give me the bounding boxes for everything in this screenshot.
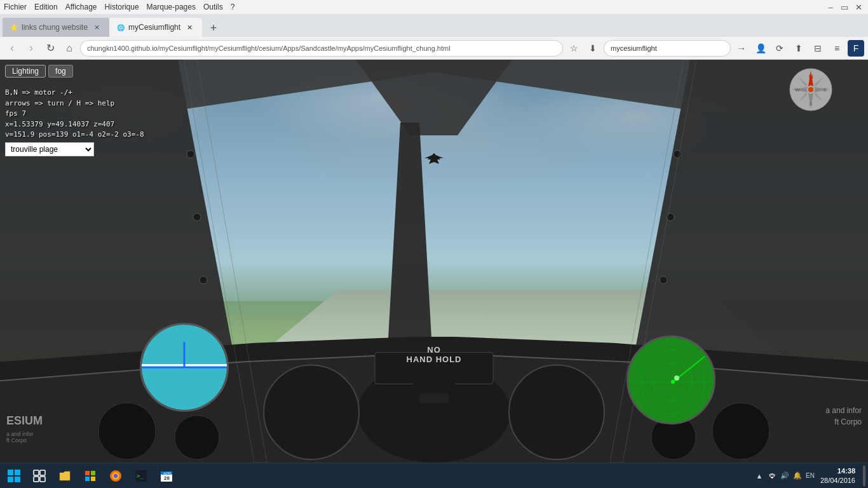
url-input[interactable]: chungkn1400.github.io/myCesiumflight/myC… xyxy=(80,40,563,57)
radar-display xyxy=(627,336,715,424)
menu-affichage[interactable]: Affichage xyxy=(65,3,97,11)
brand-sub-line2: ft Corpo xyxy=(6,437,34,444)
task-view-button[interactable] xyxy=(28,464,51,487)
distant-aircraft xyxy=(415,148,453,170)
bookmark-star[interactable]: ☆ xyxy=(566,40,582,57)
ai-roll-indicator xyxy=(184,342,186,367)
search-text: mycesiumflight xyxy=(611,44,657,52)
svg-rect-45 xyxy=(15,477,20,482)
menu-icon[interactable]: ≡ xyxy=(829,40,845,57)
tab-favicon-2: 🌐 xyxy=(117,24,125,31)
close-button[interactable]: ✕ xyxy=(853,1,864,13)
show-desktop-button[interactable] xyxy=(863,466,865,486)
sync-icon[interactable]: ⟳ xyxy=(771,40,788,57)
tab-links-chung[interactable]: ⭐ links chung website ✕ xyxy=(3,18,109,37)
svg-point-15 xyxy=(509,365,604,459)
firefox-button[interactable] xyxy=(104,464,127,487)
tab-mycessiumflight[interactable]: 🌐 myCesiumflight ✕ xyxy=(109,18,202,37)
hud-line-5: v=151.9 pos=139 o1=-4 o2=-2 o3=-8 xyxy=(5,130,144,140)
profile-icon[interactable]: F xyxy=(848,40,864,57)
start-button[interactable] xyxy=(3,464,25,487)
svg-rect-12 xyxy=(413,374,455,393)
terminal-button[interactable]: >_ xyxy=(130,464,153,487)
file-explorer-button[interactable] xyxy=(53,464,76,487)
svg-rect-44 xyxy=(8,477,13,482)
svg-rect-49 xyxy=(40,477,45,482)
minimize-button[interactable]: – xyxy=(825,1,836,13)
svg-text:28: 28 xyxy=(164,475,170,481)
lighting-button[interactable]: Lighting xyxy=(5,65,46,78)
no-hand-hold-label: NO HAND HOLD xyxy=(407,345,462,364)
menu-edition[interactable]: Edition xyxy=(34,3,58,11)
svg-rect-42 xyxy=(8,470,13,475)
fog-button[interactable]: fog xyxy=(48,65,73,78)
search-input[interactable]: mycesiumflight xyxy=(604,40,731,57)
svg-rect-50 xyxy=(85,471,90,475)
location-dropdown-container: trouville plage Paris Nice Lyon xyxy=(5,142,94,156)
clock-display[interactable]: 14:38 28/04/2016 xyxy=(820,466,855,485)
hud-line-3: fps 7 xyxy=(5,109,144,119)
svg-text:N: N xyxy=(809,74,813,80)
menu-fichier[interactable]: Fichier xyxy=(4,3,27,11)
hud-display: B,N => motor -/+ arrows => turn / H => h… xyxy=(5,88,144,151)
address-bar: ‹ › ↻ ⌂ chungkn1400.github.io/myCesiumfl… xyxy=(0,37,868,60)
reader-mode-icon[interactable]: 👤 xyxy=(752,40,769,57)
maximize-button[interactable]: ▭ xyxy=(839,1,850,13)
svg-rect-53 xyxy=(91,477,95,481)
tab-bar: ⭐ links chung website ✕ 🌐 myCesiumflight… xyxy=(0,14,868,37)
volume-icon[interactable]: 🔊 xyxy=(780,471,790,481)
svg-rect-52 xyxy=(85,477,90,481)
hud-line-2: arrows => turn / H => help xyxy=(5,98,144,109)
tab-favicon: ⭐ xyxy=(10,24,18,31)
svg-point-56 xyxy=(114,474,118,478)
ime-icon[interactable]: EN xyxy=(805,471,815,481)
menu-marque-pages[interactable]: Marque-pages xyxy=(147,3,196,11)
download-icon[interactable]: ⬇ xyxy=(585,40,601,57)
taskbar: >_ APR 28 ▲ 🔊 xyxy=(0,463,868,488)
info-line2: ft Corpo xyxy=(825,416,862,428)
tab-label-2: myCesiumflight xyxy=(128,23,180,32)
calendar-button[interactable]: APR 28 xyxy=(155,464,178,487)
svg-rect-48 xyxy=(34,477,39,482)
brand-sub-line1: a and infor xyxy=(6,431,34,437)
tab-close-2[interactable]: ✕ xyxy=(184,22,194,32)
tab-close-1[interactable]: ✕ xyxy=(92,22,102,32)
svg-point-40 xyxy=(674,376,679,381)
menu-help[interactable]: ? xyxy=(231,3,235,11)
svg-point-16 xyxy=(98,403,156,459)
svg-rect-51 xyxy=(91,471,95,475)
svg-point-7 xyxy=(660,276,667,284)
content-area: Lighting fog B,N => motor -/+ arrows => … xyxy=(0,60,868,463)
home-button[interactable]: ⌂ xyxy=(61,40,78,57)
new-tab-button[interactable]: + xyxy=(205,19,222,37)
svg-rect-46 xyxy=(34,470,39,475)
attitude-indicator xyxy=(140,323,229,412)
svg-text:S: S xyxy=(809,101,812,107)
svg-point-17 xyxy=(175,416,219,459)
brand-sub-text: a and infor ft Corpo xyxy=(6,431,34,444)
controls-overlay: Lighting fog xyxy=(5,65,73,78)
notification-icon[interactable]: 🔔 xyxy=(792,471,803,481)
wifi-icon[interactable] xyxy=(767,471,777,481)
svg-point-29 xyxy=(808,87,813,92)
url-text: chungkn1400.github.io/myCesiumflight/myC… xyxy=(87,44,451,52)
menu-outils[interactable]: Outils xyxy=(203,3,223,11)
tab-label-1: links chung website xyxy=(22,23,88,32)
compass-rose: N S E W xyxy=(789,67,833,112)
pocket-icon[interactable]: ⊟ xyxy=(810,40,826,57)
clock-time: 14:38 xyxy=(820,466,855,475)
network-icon[interactable]: ▲ xyxy=(754,471,764,481)
forward-button[interactable]: › xyxy=(23,40,39,57)
svg-point-1 xyxy=(193,214,201,221)
search-go-button[interactable]: → xyxy=(733,40,750,57)
menu-historique[interactable]: Historique xyxy=(105,3,139,11)
location-select-input[interactable]: trouville plage Paris Nice Lyon xyxy=(5,142,94,156)
hud-line-4: x=1.53379 y=49.14037 z=407 xyxy=(5,119,144,130)
reload-button[interactable]: ↻ xyxy=(42,40,58,57)
esium-brand-text: ESIUM xyxy=(6,414,43,428)
info-line1: a and infor xyxy=(825,405,862,416)
svg-rect-43 xyxy=(15,470,20,475)
back-button[interactable]: ‹ xyxy=(4,40,20,57)
share-icon[interactable]: ⬆ xyxy=(790,40,807,57)
windows-store-button[interactable] xyxy=(79,464,102,487)
